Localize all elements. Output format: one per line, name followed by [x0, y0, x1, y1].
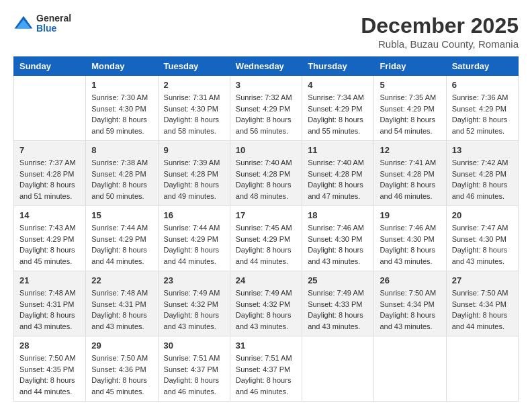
logo-general-text: General — [36, 13, 71, 24]
weekday-header-monday: Monday — [86, 57, 158, 76]
day-info: Sunrise: 7:51 AMSunset: 4:37 PMDaylight:… — [164, 353, 224, 397]
calendar-week-row: 7Sunrise: 7:37 AMSunset: 4:28 PMDaylight… — [14, 141, 519, 206]
day-info: Sunrise: 7:41 AMSunset: 4:28 PMDaylight:… — [380, 157, 440, 201]
calendar-day-cell: 10Sunrise: 7:40 AMSunset: 4:28 PMDayligh… — [230, 141, 302, 206]
day-info: Sunrise: 7:47 AMSunset: 4:30 PMDaylight:… — [452, 222, 513, 267]
day-info: Sunrise: 7:48 AMSunset: 4:31 PMDaylight:… — [91, 287, 152, 332]
calendar-day-cell: 16Sunrise: 7:44 AMSunset: 4:29 PMDayligh… — [158, 206, 230, 271]
day-info: Sunrise: 7:38 AMSunset: 4:28 PMDaylight:… — [91, 157, 152, 201]
day-info: Sunrise: 7:46 AMSunset: 4:30 PMDaylight:… — [380, 222, 440, 267]
day-number: 15 — [91, 210, 152, 220]
calendar-table: SundayMondayTuesdayWednesdayThursdayFrid… — [13, 56, 519, 402]
calendar-week-row: 28Sunrise: 7:50 AMSunset: 4:35 PMDayligh… — [14, 336, 519, 402]
day-number: 14 — [19, 210, 80, 220]
calendar-day-cell: 11Sunrise: 7:40 AMSunset: 4:28 PMDayligh… — [302, 141, 374, 206]
day-number: 25 — [308, 275, 368, 285]
logo: General Blue — [13, 13, 71, 34]
calendar-day-cell: 20Sunrise: 7:47 AMSunset: 4:30 PMDayligh… — [446, 206, 518, 271]
calendar-day-cell: 24Sunrise: 7:49 AMSunset: 4:32 PMDayligh… — [230, 271, 302, 336]
day-number: 10 — [236, 145, 296, 155]
logo-blue-text: Blue — [36, 24, 71, 34]
day-info: Sunrise: 7:44 AMSunset: 4:29 PMDaylight:… — [91, 222, 152, 267]
day-info: Sunrise: 7:50 AMSunset: 4:36 PMDaylight:… — [91, 353, 152, 397]
day-info: Sunrise: 7:31 AMSunset: 4:30 PMDaylight:… — [164, 92, 224, 136]
calendar-day-cell: 18Sunrise: 7:46 AMSunset: 4:30 PMDayligh… — [302, 206, 374, 271]
day-info: Sunrise: 7:45 AMSunset: 4:29 PMDaylight:… — [236, 222, 296, 267]
day-number: 29 — [91, 340, 152, 351]
day-info: Sunrise: 7:39 AMSunset: 4:28 PMDaylight:… — [164, 157, 224, 201]
title-block: December 2025 Rubla, Buzau County, Roman… — [361, 13, 519, 50]
day-info: Sunrise: 7:49 AMSunset: 4:33 PMDaylight:… — [308, 287, 368, 332]
calendar-day-cell: 12Sunrise: 7:41 AMSunset: 4:28 PMDayligh… — [374, 141, 446, 206]
day-info: Sunrise: 7:51 AMSunset: 4:37 PMDaylight:… — [236, 353, 296, 397]
calendar-day-cell: 8Sunrise: 7:38 AMSunset: 4:28 PMDaylight… — [86, 141, 158, 206]
calendar-day-cell: 15Sunrise: 7:44 AMSunset: 4:29 PMDayligh… — [86, 206, 158, 271]
calendar-day-cell: 29Sunrise: 7:50 AMSunset: 4:36 PMDayligh… — [86, 336, 158, 402]
calendar-day-cell: 31Sunrise: 7:51 AMSunset: 4:37 PMDayligh… — [230, 336, 302, 402]
weekday-header-sunday: Sunday — [14, 57, 86, 76]
calendar-day-cell: 23Sunrise: 7:49 AMSunset: 4:32 PMDayligh… — [158, 271, 230, 336]
day-info: Sunrise: 7:46 AMSunset: 4:30 PMDaylight:… — [308, 222, 368, 267]
weekday-header-tuesday: Tuesday — [158, 57, 230, 76]
calendar-day-cell: 27Sunrise: 7:50 AMSunset: 4:34 PMDayligh… — [446, 271, 518, 336]
calendar-week-row: 21Sunrise: 7:48 AMSunset: 4:31 PMDayligh… — [14, 271, 519, 336]
day-number: 5 — [380, 80, 440, 90]
day-info: Sunrise: 7:43 AMSunset: 4:29 PMDaylight:… — [19, 222, 80, 267]
day-info: Sunrise: 7:49 AMSunset: 4:32 PMDaylight:… — [164, 287, 224, 332]
day-number: 16 — [164, 210, 224, 220]
day-number: 12 — [380, 145, 440, 155]
day-info: Sunrise: 7:44 AMSunset: 4:29 PMDaylight:… — [164, 222, 224, 267]
day-number: 19 — [380, 210, 440, 220]
day-info: Sunrise: 7:37 AMSunset: 4:28 PMDaylight:… — [19, 157, 80, 201]
page-header: General Blue December 2025 Rubla, Buzau … — [13, 13, 519, 50]
calendar-day-cell: 28Sunrise: 7:50 AMSunset: 4:35 PMDayligh… — [14, 336, 86, 402]
weekday-header-thursday: Thursday — [302, 57, 374, 76]
calendar-day-cell — [374, 336, 446, 402]
day-info: Sunrise: 7:42 AMSunset: 4:28 PMDaylight:… — [452, 157, 513, 201]
calendar-week-row: 14Sunrise: 7:43 AMSunset: 4:29 PMDayligh… — [14, 206, 519, 271]
day-number: 17 — [236, 210, 296, 220]
calendar-day-cell: 30Sunrise: 7:51 AMSunset: 4:37 PMDayligh… — [158, 336, 230, 402]
weekday-header-saturday: Saturday — [446, 57, 518, 76]
calendar-day-cell: 26Sunrise: 7:50 AMSunset: 4:34 PMDayligh… — [374, 271, 446, 336]
day-number: 21 — [19, 275, 80, 285]
day-info: Sunrise: 7:34 AMSunset: 4:29 PMDaylight:… — [308, 92, 368, 136]
calendar-day-cell: 22Sunrise: 7:48 AMSunset: 4:31 PMDayligh… — [86, 271, 158, 336]
calendar-day-cell: 5Sunrise: 7:35 AMSunset: 4:29 PMDaylight… — [374, 76, 446, 141]
day-number: 22 — [91, 275, 152, 285]
day-number: 26 — [380, 275, 440, 285]
day-number: 7 — [19, 145, 80, 155]
calendar-day-cell: 17Sunrise: 7:45 AMSunset: 4:29 PMDayligh… — [230, 206, 302, 271]
day-number: 9 — [164, 145, 224, 155]
day-number: 30 — [164, 340, 224, 351]
day-info: Sunrise: 7:50 AMSunset: 4:35 PMDaylight:… — [19, 353, 80, 397]
calendar-day-cell — [446, 336, 518, 402]
day-number: 4 — [308, 80, 368, 90]
month-year-title: December 2025 — [361, 13, 519, 38]
calendar-day-cell: 1Sunrise: 7:30 AMSunset: 4:30 PMDaylight… — [86, 76, 158, 141]
weekday-header-row: SundayMondayTuesdayWednesdayThursdayFrid… — [14, 57, 519, 76]
calendar-day-cell: 9Sunrise: 7:39 AMSunset: 4:28 PMDaylight… — [158, 141, 230, 206]
day-number: 23 — [164, 275, 224, 285]
day-number: 24 — [236, 275, 296, 285]
calendar-day-cell: 25Sunrise: 7:49 AMSunset: 4:33 PMDayligh… — [302, 271, 374, 336]
calendar-day-cell: 19Sunrise: 7:46 AMSunset: 4:30 PMDayligh… — [374, 206, 446, 271]
calendar-day-cell: 6Sunrise: 7:36 AMSunset: 4:29 PMDaylight… — [446, 76, 518, 141]
day-number: 28 — [19, 340, 80, 351]
calendar-week-row: 1Sunrise: 7:30 AMSunset: 4:30 PMDaylight… — [14, 76, 519, 141]
day-number: 1 — [91, 80, 152, 90]
logo-icon — [13, 13, 34, 34]
day-number: 2 — [164, 80, 224, 90]
day-number: 6 — [452, 80, 513, 90]
calendar-day-cell — [14, 76, 86, 141]
calendar-day-cell: 14Sunrise: 7:43 AMSunset: 4:29 PMDayligh… — [14, 206, 86, 271]
calendar-day-cell: 2Sunrise: 7:31 AMSunset: 4:30 PMDaylight… — [158, 76, 230, 141]
day-number: 3 — [236, 80, 296, 90]
day-info: Sunrise: 7:50 AMSunset: 4:34 PMDaylight:… — [380, 287, 440, 332]
calendar-day-cell: 13Sunrise: 7:42 AMSunset: 4:28 PMDayligh… — [446, 141, 518, 206]
day-number: 11 — [308, 145, 368, 155]
logo-text: General Blue — [36, 13, 71, 34]
day-info: Sunrise: 7:32 AMSunset: 4:29 PMDaylight:… — [236, 92, 296, 136]
weekday-header-friday: Friday — [374, 57, 446, 76]
day-info: Sunrise: 7:30 AMSunset: 4:30 PMDaylight:… — [91, 92, 152, 136]
